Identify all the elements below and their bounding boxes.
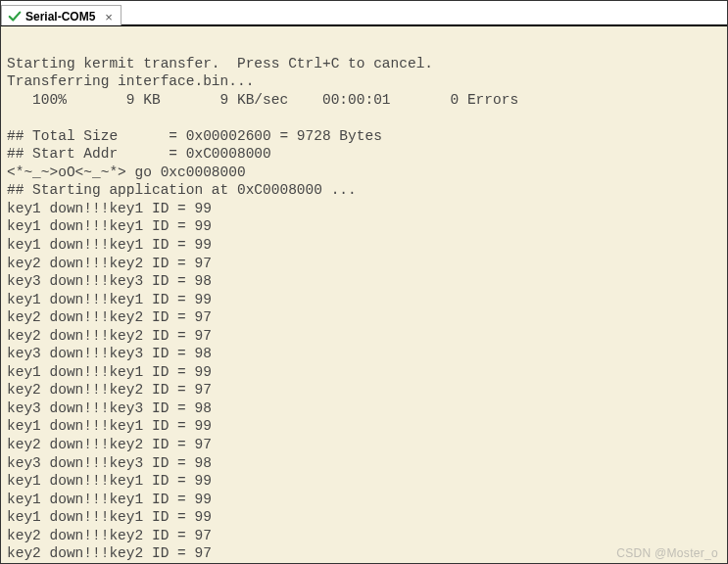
tab-title: Serial-COM5	[25, 10, 95, 24]
tab-serial-com5[interactable]: Serial-COM5 ×	[1, 5, 121, 25]
terminal-output[interactable]: Starting kermit transfer. Press Ctrl+C t…	[1, 26, 727, 563]
tab-bar: Serial-COM5 ×	[1, 1, 727, 26]
close-icon[interactable]: ×	[105, 11, 113, 24]
check-icon	[8, 10, 22, 24]
serial-terminal-window: Serial-COM5 × Starting kermit transfer. …	[0, 0, 728, 564]
watermark: CSDN @Moster_o	[616, 546, 718, 560]
